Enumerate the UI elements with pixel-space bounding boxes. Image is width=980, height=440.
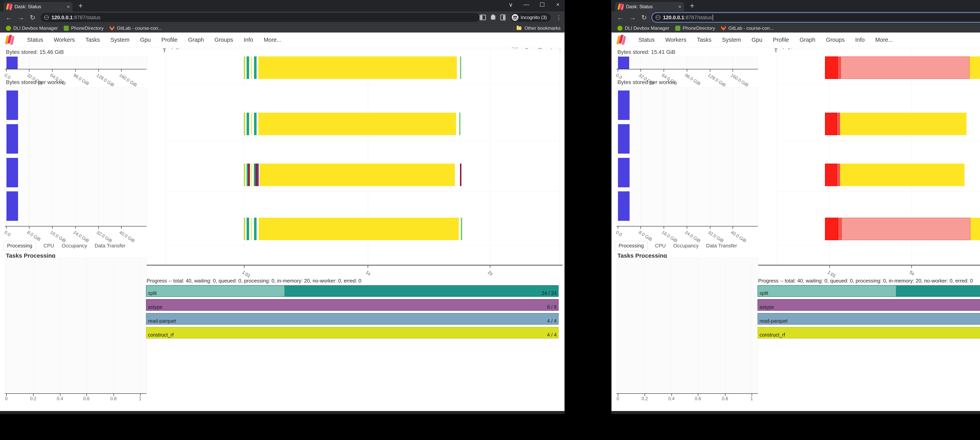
status-tab-0[interactable]: Processing bbox=[615, 241, 648, 251]
menu-icon[interactable]: ⋮ bbox=[556, 14, 562, 21]
task-segment[interactable] bbox=[259, 218, 459, 240]
side-panel-icon[interactable] bbox=[480, 15, 486, 20]
tab-close-icon[interactable]: × bbox=[678, 4, 681, 10]
task-segment[interactable] bbox=[247, 56, 249, 79]
reload-icon[interactable]: ↻ bbox=[30, 14, 35, 21]
task-segment[interactable] bbox=[248, 164, 250, 186]
nav-item-4[interactable]: Gpu bbox=[751, 37, 762, 43]
bookmark-item[interactable]: GitLab - course-con... bbox=[109, 25, 162, 31]
task-segment[interactable] bbox=[247, 164, 248, 186]
status-tab-3[interactable]: Data Transfer bbox=[706, 243, 737, 249]
nav-item-9[interactable]: More... bbox=[875, 37, 893, 43]
task-segment[interactable] bbox=[257, 164, 259, 186]
nav-item-6[interactable]: Graph bbox=[188, 37, 204, 43]
url-bar[interactable]: 120.0.0.1 :8787/status bbox=[652, 13, 980, 22]
task-segment[interactable] bbox=[838, 56, 841, 79]
new-tab-button[interactable]: + bbox=[78, 2, 83, 10]
tab-search-icon[interactable]: ∨ bbox=[507, 1, 514, 8]
bookmark-item[interactable]: DLI Devbox Manager bbox=[617, 25, 669, 31]
status-tab-1[interactable]: CPU bbox=[655, 243, 666, 249]
bookmark-item[interactable]: PhoneDirectory bbox=[675, 25, 715, 31]
nav-item-6[interactable]: Graph bbox=[800, 37, 816, 43]
task-segment[interactable] bbox=[244, 56, 245, 79]
back-icon[interactable]: ← bbox=[617, 14, 624, 21]
maximize-button[interactable]: ☐ bbox=[539, 1, 546, 8]
status-tab-2[interactable]: Occupancy bbox=[62, 243, 87, 249]
new-tab-button[interactable]: + bbox=[690, 2, 694, 10]
nav-item-8[interactable]: Info bbox=[243, 37, 253, 43]
task-segment[interactable] bbox=[970, 218, 980, 240]
task-segment[interactable] bbox=[840, 164, 964, 186]
status-tab-1[interactable]: CPU bbox=[43, 243, 54, 249]
task-segment[interactable] bbox=[244, 164, 245, 186]
nav-item-1[interactable]: Workers bbox=[54, 37, 75, 43]
tab-close-icon[interactable]: × bbox=[67, 4, 70, 10]
bookmark-item[interactable]: GitLab - course-con... bbox=[721, 25, 773, 31]
task-segment[interactable] bbox=[254, 56, 256, 79]
forward-icon[interactable]: → bbox=[18, 14, 24, 21]
nav-item-2[interactable]: Tasks bbox=[86, 37, 100, 43]
task-segment[interactable] bbox=[255, 164, 257, 186]
task-segment[interactable] bbox=[825, 56, 837, 79]
task-segment[interactable] bbox=[825, 113, 837, 135]
profile-badge[interactable]: Incognito (3) bbox=[511, 13, 551, 22]
close-button[interactable]: × bbox=[554, 1, 562, 8]
nav-item-3[interactable]: System bbox=[722, 37, 741, 43]
task-segment[interactable] bbox=[247, 218, 249, 240]
task-segment[interactable] bbox=[837, 164, 840, 186]
nav-item-2[interactable]: Tasks bbox=[697, 37, 711, 43]
task-segment[interactable] bbox=[825, 164, 837, 186]
bookmark-item[interactable]: DLI Devbox Manager bbox=[6, 25, 58, 31]
task-segment[interactable] bbox=[825, 218, 838, 240]
forward-icon[interactable]: → bbox=[629, 14, 636, 21]
task-segment[interactable] bbox=[259, 164, 455, 186]
back-icon[interactable]: ← bbox=[5, 14, 12, 21]
task-segment[interactable] bbox=[841, 56, 970, 79]
nav-item-9[interactable]: More... bbox=[264, 37, 282, 43]
nav-item-0[interactable]: Status bbox=[639, 37, 655, 43]
url-bar[interactable]: 120.0.0.1 :8787/status bbox=[41, 13, 480, 22]
status-tab-0[interactable]: Processing bbox=[3, 241, 36, 251]
nav-item-5[interactable]: Profile bbox=[161, 37, 177, 43]
task-segment[interactable] bbox=[460, 164, 461, 186]
task-stream-plot[interactable]: func_fit: 7.76 s bbox=[777, 49, 980, 265]
site-info-icon[interactable] bbox=[655, 15, 660, 20]
task-segment[interactable] bbox=[244, 113, 245, 135]
task-segment[interactable] bbox=[838, 218, 842, 240]
task-segment[interactable] bbox=[258, 56, 457, 79]
reading-list-icon[interactable] bbox=[500, 14, 506, 21]
browser-tab[interactable]: Dask: Status × bbox=[3, 2, 73, 11]
nav-item-5[interactable]: Profile bbox=[773, 37, 789, 43]
nav-item-7[interactable]: Groups bbox=[215, 37, 233, 43]
task-segment[interactable] bbox=[251, 56, 252, 79]
nav-item-4[interactable]: Gpu bbox=[140, 37, 151, 43]
task-segment[interactable] bbox=[254, 218, 256, 240]
extensions-icon[interactable] bbox=[491, 15, 495, 20]
status-tab-2[interactable]: Occupancy bbox=[673, 243, 699, 249]
bookmark-item[interactable]: PhoneDirectory bbox=[64, 25, 103, 31]
reload-icon[interactable]: ↻ bbox=[641, 14, 647, 21]
nav-item-0[interactable]: Status bbox=[27, 37, 43, 43]
task-segment[interactable] bbox=[251, 218, 252, 240]
task-segment[interactable] bbox=[461, 218, 462, 240]
browser-tab[interactable]: Dask: Status × bbox=[615, 2, 684, 11]
task-segment[interactable] bbox=[840, 113, 966, 135]
task-segment[interactable] bbox=[258, 113, 456, 135]
status-tab-3[interactable]: Data Transfer bbox=[95, 243, 126, 249]
task-segment[interactable] bbox=[247, 113, 249, 135]
task-segment[interactable] bbox=[842, 218, 970, 240]
nav-item-3[interactable]: System bbox=[111, 37, 130, 43]
site-info-icon[interactable] bbox=[44, 15, 49, 20]
other-bookmarks[interactable]: Other bookmarks bbox=[525, 25, 560, 31]
task-segment[interactable] bbox=[837, 113, 840, 135]
nav-item-1[interactable]: Workers bbox=[665, 37, 686, 43]
task-segment[interactable] bbox=[254, 113, 256, 135]
task-segment[interactable] bbox=[460, 56, 461, 79]
task-segment[interactable] bbox=[244, 218, 245, 240]
nav-item-7[interactable]: Groups bbox=[826, 37, 845, 43]
nav-item-8[interactable]: Info bbox=[855, 37, 865, 43]
task-segment[interactable] bbox=[970, 56, 980, 79]
task-segment[interactable] bbox=[251, 164, 252, 186]
task-segment[interactable] bbox=[251, 113, 252, 135]
task-segment[interactable] bbox=[254, 164, 255, 186]
